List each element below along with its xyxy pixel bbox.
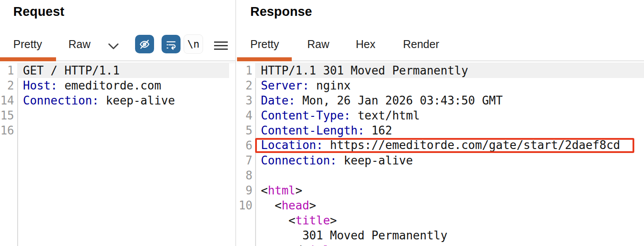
- code-line-text: [255, 168, 644, 183]
- line-number: 4: [237, 108, 255, 123]
- code-line-text: Connection: keep-alive: [17, 93, 229, 108]
- code-line-text: [17, 108, 229, 123]
- tag-bracket-open: <: [261, 184, 268, 197]
- line-number: 15: [0, 108, 17, 123]
- line-number: [237, 243, 255, 246]
- code-line: 2 Host: emeditorde.com: [0, 78, 229, 93]
- line-number: 16: [0, 123, 17, 138]
- line-number: 2: [237, 78, 255, 93]
- line-number: 10: [237, 198, 255, 213]
- header-name: Host:: [23, 79, 57, 92]
- code-line: 4 Content-Type: text/html: [237, 108, 644, 123]
- tag-name: html: [268, 184, 296, 197]
- code-text: emeditorde.com: [57, 79, 161, 92]
- request-active-tab-underline: [0, 57, 56, 61]
- code-text: nginx: [309, 79, 351, 92]
- line-number: 2: [0, 78, 17, 93]
- tag-name: title: [302, 244, 337, 246]
- response-active-tab-underline: [237, 57, 292, 61]
- word-wrap-toggle-button[interactable]: [162, 35, 181, 53]
- line-number: 7: [237, 153, 255, 168]
- newline-escape-label: \n: [187, 38, 200, 50]
- code-line: 16: [0, 123, 229, 138]
- code-line-text: 301 Moved Permanently: [255, 228, 644, 243]
- code-line-text: Date: Mon, 26 Jan 2026 03:43:50 GMT: [255, 93, 644, 108]
- code-line-text: [17, 123, 229, 138]
- tag-bracket-open: <: [261, 214, 295, 227]
- tag-bracket-close: >: [309, 199, 316, 212]
- panel-divider: [235, 0, 236, 246]
- tag-name: title: [295, 214, 330, 227]
- response-tab-hex[interactable]: Hex: [356, 38, 375, 51]
- code-text: keep-alive: [99, 94, 175, 107]
- code-line-text: Content-Type: text/html: [255, 108, 644, 123]
- tag-bracket-open: <: [261, 199, 282, 212]
- request-tab-pretty[interactable]: Pretty: [13, 38, 42, 51]
- request-tab-raw[interactable]: Raw: [68, 38, 90, 51]
- header-name: Location:: [261, 138, 323, 152]
- response-tab-pretty[interactable]: Pretty: [250, 38, 279, 51]
- code-line-text: Server: nginx: [255, 78, 644, 93]
- code-line-text: Host: emeditorde.com: [17, 78, 229, 93]
- hamburger-menu-icon[interactable]: [214, 39, 230, 52]
- line-number: 1: [237, 63, 255, 78]
- tag-bracket-close: >: [337, 244, 344, 246]
- line-number: [237, 213, 255, 228]
- http-message-viewer: Request Pretty Raw: [0, 0, 644, 246]
- response-editor[interactable]: 1 HTTP/1.1 301 Moved Permanently 2 Serve…: [237, 63, 644, 246]
- hide-nonprintable-toggle-button[interactable]: [135, 35, 154, 53]
- code-text: GET / HTTP/1.1: [23, 64, 120, 77]
- header-name: Content-Length:: [261, 124, 365, 137]
- tag-bracket-close: >: [295, 184, 302, 197]
- header-name: Server:: [261, 79, 309, 92]
- request-title: Request: [13, 4, 64, 19]
- code-line: 15: [0, 108, 229, 123]
- header-name: Connection:: [23, 94, 99, 107]
- code-line: 9 <html>: [237, 183, 644, 198]
- tabbar-border: [237, 60, 644, 61]
- code-line: 1 HTTP/1.1 301 Moved Permanently: [237, 63, 644, 78]
- response-tab-render[interactable]: Render: [403, 38, 439, 51]
- response-title: Response: [250, 4, 312, 19]
- code-line-text: GET / HTTP/1.1: [17, 63, 229, 78]
- line-number: [237, 228, 255, 243]
- code-text: text/html: [351, 109, 420, 122]
- request-editor[interactable]: 1 GET / HTTP/1.1 2 Host: emeditorde.com …: [0, 63, 229, 246]
- line-number: 1: [0, 63, 17, 78]
- tag-bracket-close: >: [330, 214, 337, 227]
- chevron-down-icon[interactable]: [107, 41, 121, 52]
- line-number: 14: [0, 93, 17, 108]
- code-line-text: </title>: [255, 243, 644, 246]
- header-name: Date:: [261, 94, 295, 107]
- response-panel: Response Pretty Raw Hex Render 1 HTTP/1.…: [237, 0, 644, 246]
- line-number: 9: [237, 183, 255, 198]
- line-number: 8: [237, 168, 255, 183]
- code-line-text: <title>: [255, 213, 644, 228]
- code-text: HTTP/1.1 301 Moved Permanently: [261, 64, 468, 77]
- code-line: 7 Connection: keep-alive: [237, 153, 644, 168]
- code-line: 6 Location: https://emeditorde.com/gate/…: [237, 138, 644, 153]
- code-line: 14 Connection: keep-alive: [0, 93, 229, 108]
- line-number: 5: [237, 123, 255, 138]
- show-newlines-toggle-button[interactable]: \n: [184, 34, 203, 54]
- code-line: 2 Server: nginx: [237, 78, 644, 93]
- code-line-text: Connection: keep-alive: [255, 153, 644, 168]
- line-number: 6: [237, 138, 255, 153]
- code-line-text: Content-Length: 162: [255, 123, 644, 138]
- code-text: 162: [365, 124, 392, 137]
- response-tab-raw[interactable]: Raw: [307, 38, 329, 51]
- code-line-text: <head>: [255, 198, 644, 213]
- code-line-text: <html>: [255, 183, 644, 198]
- tag-bracket-open: </: [261, 244, 302, 246]
- code-line: <title>: [237, 213, 644, 228]
- code-line: 8: [237, 168, 644, 183]
- tag-name: head: [282, 199, 309, 212]
- code-text: https://emeditorde.com/gate/start/2daef8…: [323, 138, 620, 152]
- code-line: 1 GET / HTTP/1.1: [0, 63, 229, 78]
- header-name: Content-Type:: [261, 109, 351, 122]
- code-text: 301 Moved Permanently: [261, 229, 448, 242]
- code-line: 301 Moved Permanently: [237, 228, 644, 243]
- request-panel: Request Pretty Raw: [0, 0, 235, 246]
- line-number: 3: [237, 93, 255, 108]
- word-wrap-icon: [165, 38, 177, 50]
